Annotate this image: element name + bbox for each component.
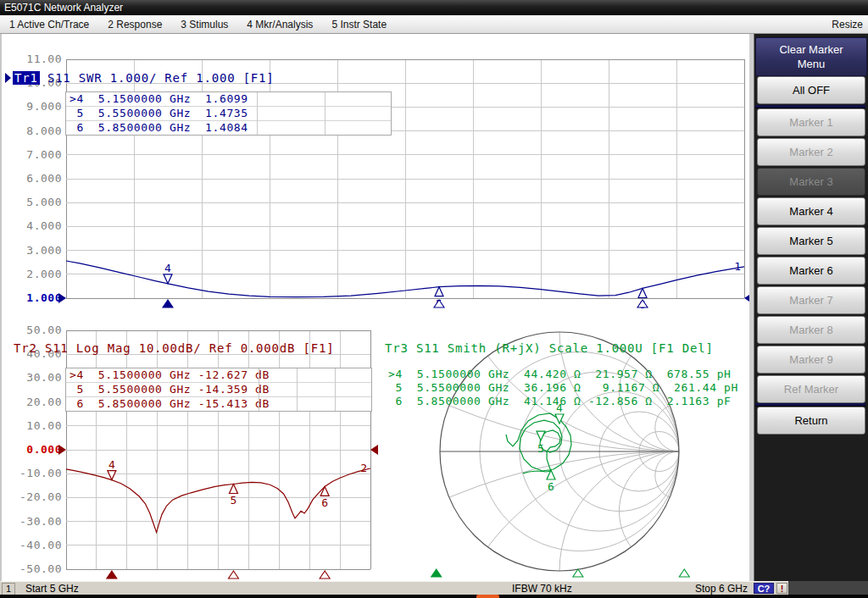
tr3-marker-5[interactable]: 5 — [537, 431, 545, 455]
tr2-ytick: 30.00 — [26, 371, 62, 384]
tr3-marker-table: >4 5.1500000 GHz 44.420 Ω 21.957 Ω 678.5… — [385, 368, 732, 408]
tr1-ytick: 6.000 — [26, 172, 62, 185]
softkey-marker-4[interactable]: Marker 4 — [757, 197, 865, 225]
tr2-marker-6-stimulus[interactable] — [320, 571, 330, 579]
tr2-ytick: -50.00 — [19, 562, 62, 575]
bottom-edge-strip — [0, 595, 868, 598]
tr1-ytick: 2.000 — [26, 268, 62, 280]
tr1-marker-4-stimulus[interactable] — [163, 300, 173, 307]
tr3-marker-4-stimulus[interactable] — [431, 569, 442, 577]
tr2-ytick: 10.00 — [26, 419, 62, 432]
tr2-ref-arrow-right[interactable] — [370, 445, 378, 455]
tr2-ytick: 20.00 — [26, 396, 62, 408]
tr2-header[interactable]: Tr2 S11 Log Mag 10.00dB/ Ref 0.000dB [F1… — [14, 341, 334, 355]
tr2-marker-5[interactable]: 5 — [229, 484, 237, 507]
plots-canvas: 11.0010.009.0008.0007.0006.0005.0004.000… — [0, 0, 868, 598]
softkey-all-off[interactable]: All OFF — [757, 76, 865, 104]
app-window: E5071C Network Analyzer 1 Active Ch/Trac… — [0, 0, 868, 598]
softkey-menu-title: Clear Marker Menu — [755, 37, 867, 76]
tr2-trace-number: 2 — [360, 462, 367, 474]
marker-table-row: 6 5.8500000 GHz 1.4084 — [66, 121, 391, 135]
tr1-ytick: 3.000 — [26, 244, 62, 257]
softkey-return[interactable]: Return — [757, 407, 865, 435]
tr2-ytick: -10.00 — [19, 467, 62, 479]
tr3-marker-6[interactable]: 6 — [547, 470, 555, 493]
tr2-ytick: -40.00 — [19, 539, 62, 551]
tr1-ytick: 9.000 — [26, 100, 62, 113]
marker-table-row: >4 5.1500000 GHz -12.627 dB — [66, 368, 371, 383]
tr1-ref-arrow-left[interactable] — [58, 293, 66, 303]
softkey-separator-top — [755, 105, 865, 108]
channel-number-box: 1 — [2, 583, 15, 595]
softkey-marker-2: Marker 2 — [757, 138, 865, 166]
tr1-chip: Tr1 — [13, 71, 40, 85]
marker-table-row: 5 5.5500000 GHz -14.359 dB — [66, 383, 371, 397]
start-frequency-label: Start 5 GHz — [25, 583, 79, 595]
table-divider — [325, 92, 326, 135]
tr1-ytick: 7.000 — [26, 148, 62, 161]
tr1-ytick: 8.000 — [26, 125, 62, 137]
tr1-marker-table: >4 5.1500000 GHz 1.6099 5 5.5500000 GHz … — [65, 91, 392, 136]
svg-text:4: 4 — [108, 458, 115, 471]
tr1-ytick: 5.000 — [26, 196, 62, 208]
softkey-marker-5[interactable]: Marker 5 — [757, 227, 865, 255]
tr2-marker-4-stimulus[interactable] — [107, 571, 117, 579]
softkey-marker-1: Marker 1 — [757, 108, 865, 136]
marker-table-row: 5 5.5500000 GHz 1.4735 — [66, 107, 391, 121]
status-bar: 1 Start 5 GHz IFBW 70 kHz Stop 6 GHz C? … — [0, 581, 788, 595]
tr1-marker-4[interactable]: 4 — [164, 262, 172, 284]
marker-table-row: >4 5.1500000 GHz 1.6099 — [66, 92, 391, 107]
softkey-marker-3[interactable]: Marker 3 — [757, 168, 865, 196]
tr2-plot: 50.0040.0030.0020.0010.000.000-10.00-20.… — [19, 324, 378, 579]
softkey-ref-marker: Ref Marker — [757, 375, 865, 403]
tr3-marker-6-stimulus[interactable] — [679, 569, 689, 577]
softkey-marker-9: Marker 9 — [757, 346, 865, 374]
softkey-scroll-strip[interactable] — [749, 34, 754, 595]
svg-text:5: 5 — [231, 494, 237, 507]
tr2-marker-4[interactable]: 4 — [108, 458, 116, 480]
tr2-ref-arrow-left[interactable] — [58, 445, 66, 455]
tr2-marker-table: >4 5.1500000 GHz -12.627 dB 5 5.5500000 … — [65, 368, 372, 412]
table-divider — [259, 368, 259, 411]
softkey-marker-7: Marker 7 — [757, 286, 865, 314]
status-bar-corner — [788, 581, 868, 595]
softkey-marker-8: Marker 8 — [757, 316, 865, 344]
marker-table-row: 6 5.8500000 GHz -15.413 dB — [66, 397, 371, 411]
tr1-header-text: S11 SWR 1.000/ Ref 1.000 [F1] — [40, 71, 275, 85]
tr1-trace-number: 1 — [734, 260, 741, 273]
taskbar-highlight — [476, 595, 499, 598]
tr2-marker-5-stimulus[interactable] — [228, 571, 238, 579]
marker-table-row: 6 5.8500000 GHz 41.146 Ω -12.856 Ω 2.116… — [385, 395, 732, 408]
tr2-ytick: -20.00 — [19, 490, 62, 503]
correction-status-badge: C? — [754, 583, 774, 594]
svg-text:6: 6 — [321, 496, 328, 509]
tr1-ytick: 11.00 — [26, 53, 62, 65]
stop-frequency-label: Stop 6 GHz — [695, 583, 748, 595]
marker-table-row: 5 5.5500000 GHz 36.196 Ω 9.1167 Ω 261.44… — [385, 381, 732, 395]
marker-table-row: >4 5.1500000 GHz 44.420 Ω 21.957 Ω 678.5… — [385, 368, 732, 381]
tr2-ytick: 0.000 — [26, 443, 62, 456]
tr2-ytick: -30.00 — [19, 515, 62, 528]
svg-text:5: 5 — [537, 442, 544, 455]
tr3-header[interactable]: Tr3 S11 Smith (R+jX) Scale 1.000U [F1 De… — [385, 341, 714, 355]
tr1-ytick: 1.000 — [26, 291, 62, 304]
tr2-ytick: 50.00 — [26, 324, 62, 336]
ifbw-label: IFBW 70 kHz — [512, 583, 572, 595]
softkey-separator-bottom — [755, 403, 865, 407]
table-divider — [335, 368, 336, 411]
tr1-header[interactable]: Tr1 S11 SWR 1.000/ Ref 1.000 [F1] — [5, 71, 275, 85]
tr1-ytick: 4.000 — [26, 219, 62, 232]
softkey-marker-6[interactable]: Marker 6 — [757, 257, 865, 285]
table-divider — [297, 368, 298, 411]
alert-button[interactable]: ! — [776, 583, 787, 594]
softkey-sidebar: Clear Marker Menu All OFFMarker 1Marker … — [749, 34, 868, 595]
table-divider — [257, 92, 258, 135]
svg-text:4: 4 — [164, 262, 171, 274]
svg-text:6: 6 — [548, 480, 554, 493]
active-trace-arrow-icon — [5, 73, 11, 83]
